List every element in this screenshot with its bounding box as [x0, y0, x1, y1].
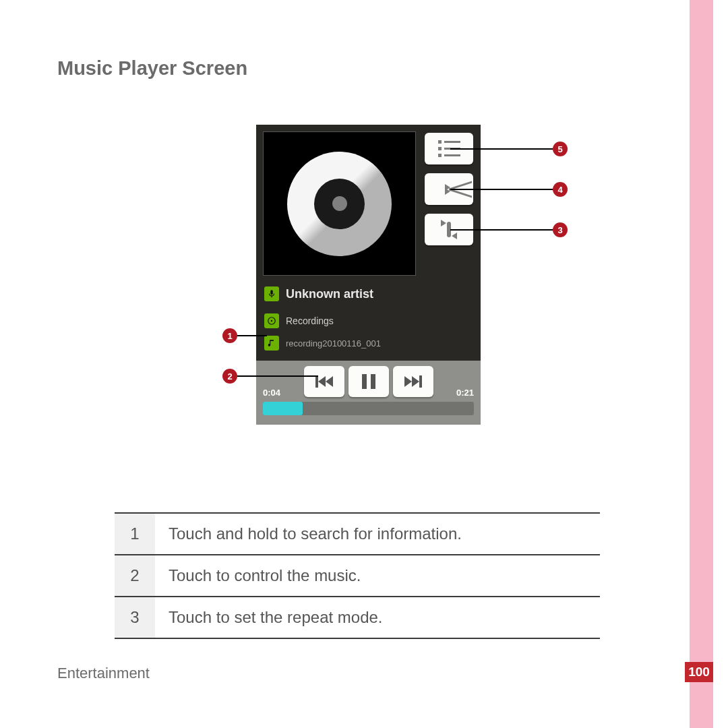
table-num: 1	[115, 514, 155, 554]
callout-lead-3	[450, 229, 553, 231]
page-number-badge: 100	[685, 662, 713, 682]
seek-fill	[263, 402, 303, 415]
table-text: Touch to control the music.	[155, 555, 600, 596]
callout-marker-4: 4	[553, 182, 568, 197]
disc-icon	[287, 152, 392, 256]
pause-button[interactable]	[348, 366, 389, 397]
callout-marker-1: 1	[222, 328, 237, 343]
callout-marker-3: 3	[553, 222, 568, 237]
callout-marker-2: 2	[222, 369, 237, 384]
disc-small-icon	[264, 313, 279, 328]
skip-previous-icon	[315, 375, 333, 388]
table-row: 2 Touch to control the music.	[115, 555, 600, 597]
next-button[interactable]	[393, 366, 433, 397]
table-row: 1 Touch and hold to search for informati…	[115, 514, 600, 555]
table-row: 3 Touch to set the repeat mode.	[115, 597, 600, 639]
mic-icon	[264, 286, 279, 301]
track-label: recording20100116_001	[286, 338, 381, 348]
album-label: Recordings	[286, 315, 334, 326]
side-strip	[690, 0, 713, 728]
playback-panel: 0:04 0:21	[256, 361, 481, 425]
artist-row[interactable]: Unknown artist	[264, 286, 373, 301]
table-text: Touch to set the repeat mode.	[155, 597, 600, 638]
previous-button[interactable]	[304, 366, 344, 397]
pause-icon	[362, 374, 375, 389]
table-num: 3	[115, 597, 155, 638]
callout-lead-5	[450, 148, 553, 150]
callout-lead-2	[237, 375, 318, 377]
callout-lead-4	[450, 189, 553, 190]
legend-table: 1 Touch and hold to search for informati…	[115, 512, 600, 639]
skip-next-icon	[404, 375, 422, 388]
table-num: 2	[115, 555, 155, 596]
note-icon	[264, 336, 279, 351]
artist-label: Unknown artist	[286, 287, 373, 301]
music-player-figure: Unknown artist Recordings recording20100…	[256, 125, 481, 428]
album-row[interactable]: Recordings	[264, 313, 334, 328]
seek-bar[interactable]	[263, 402, 474, 415]
album-art[interactable]	[263, 131, 416, 276]
phone-frame: Unknown artist Recordings recording20100…	[256, 125, 481, 425]
page-title: Music Player Screen	[57, 57, 247, 80]
callout-marker-5: 5	[553, 142, 568, 156]
section-label: Entertainment	[57, 665, 150, 682]
track-row[interactable]: recording20100116_001	[264, 336, 381, 351]
callout-lead-1	[237, 335, 267, 336]
svg-point-1	[271, 320, 272, 322]
table-text: Touch and hold to search for information…	[155, 514, 600, 554]
